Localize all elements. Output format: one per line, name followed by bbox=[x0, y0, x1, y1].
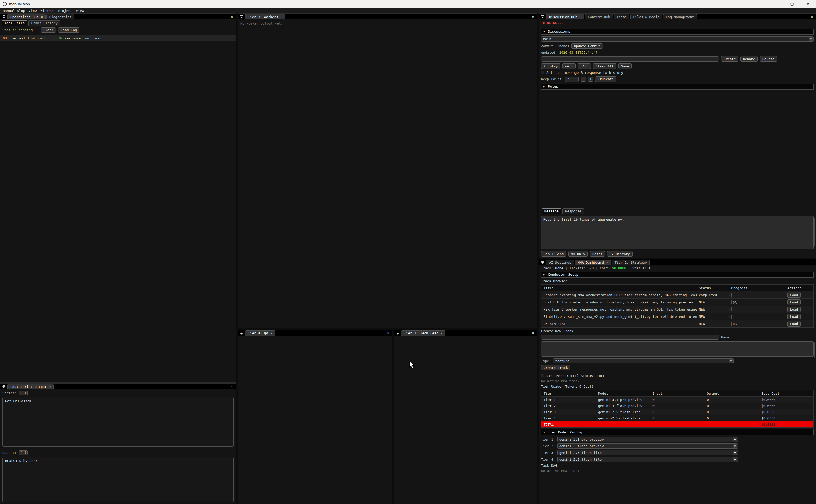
panel-close-icon[interactable]: ✕ bbox=[229, 385, 235, 388]
window-title: manual slop bbox=[9, 2, 30, 6]
tab-close-icon[interactable]: ✕ bbox=[49, 385, 51, 388]
load-button[interactable]: Load bbox=[787, 292, 801, 298]
tab-close-icon[interactable]: ✕ bbox=[270, 331, 272, 335]
tab-discussion-hub[interactable]: Discussion Hub ✕ bbox=[546, 14, 584, 19]
discussions-section-header[interactable]: ▼ Discussions bbox=[541, 29, 814, 35]
truncate-button[interactable]: Truncate bbox=[595, 76, 617, 82]
panel-close-icon[interactable]: ✕ bbox=[530, 331, 536, 335]
discussion-select[interactable]: main ▼ bbox=[541, 36, 814, 42]
expand-all-button[interactable]: +All bbox=[578, 63, 591, 69]
panel-close-icon[interactable]: ✕ bbox=[809, 260, 815, 264]
dock-menu-icon[interactable] bbox=[395, 330, 400, 336]
tab-ai-settings[interactable]: AI Settings bbox=[546, 260, 574, 265]
tab-tier2-tech-lead[interactable]: Tier 2: Tech Lead ✕ bbox=[401, 330, 445, 336]
create-track-button[interactable]: Create Track bbox=[541, 365, 570, 370]
add-entry-button[interactable]: + Entry bbox=[541, 63, 560, 69]
tab-theme[interactable]: Theme bbox=[614, 14, 629, 19]
maximize-button[interactable]: ▢ bbox=[784, 0, 800, 8]
autoadd-checkbox[interactable] bbox=[541, 71, 544, 74]
output-expand-button[interactable]: [+] bbox=[19, 450, 28, 455]
load-button[interactable]: Load bbox=[787, 307, 801, 312]
chevron-down-icon: ▼ bbox=[733, 457, 737, 461]
tab-files-media[interactable]: Files & Media bbox=[630, 14, 662, 19]
delete-button[interactable]: Delete bbox=[760, 56, 777, 62]
roles-section-header[interactable]: ▶ Roles bbox=[541, 84, 814, 90]
minimize-button[interactable]: – bbox=[768, 0, 784, 8]
gen-send-button[interactable]: Gen + Send bbox=[541, 251, 566, 257]
tab-mma-dashboard[interactable]: MMA Dashboard ✕ bbox=[575, 260, 611, 265]
tab-close-icon[interactable]: ✕ bbox=[606, 261, 608, 264]
tab-close-icon[interactable]: ✕ bbox=[41, 15, 43, 19]
tab-close-icon[interactable]: ✕ bbox=[441, 331, 442, 335]
dock-menu-icon[interactable] bbox=[1, 384, 7, 389]
reset-button[interactable]: Reset bbox=[590, 251, 605, 257]
menu-manual-slop[interactable]: manual slop bbox=[1, 9, 27, 13]
create-button[interactable]: Create bbox=[721, 56, 738, 62]
md-only-button[interactable]: MD Only bbox=[568, 251, 588, 257]
update-commit-button[interactable]: Update Commit bbox=[571, 43, 603, 49]
collapse-all-button[interactable]: -All bbox=[562, 63, 576, 69]
tab-context-hub[interactable]: Context Hub bbox=[585, 14, 613, 19]
tier-model-config-header[interactable]: ▼ Tier Model Config bbox=[541, 429, 814, 435]
subtab-tool-calls[interactable]: Tool Calls bbox=[2, 20, 27, 26]
output-box[interactable]: REJECTED by user bbox=[2, 457, 234, 502]
tab-tier3-workers[interactable]: Tier 3: Workers ✕ bbox=[245, 14, 285, 19]
scrollbar-thumb[interactable] bbox=[814, 218, 815, 246]
conductor-setup-header[interactable]: ▶ Conductor Setup bbox=[541, 272, 814, 278]
tab-log-management[interactable]: Log Management bbox=[663, 14, 697, 19]
tab-message[interactable]: Message bbox=[542, 208, 561, 214]
tab-operations-hub[interactable]: Operations Hub ✕ bbox=[7, 14, 46, 19]
panel-close-icon[interactable]: ✕ bbox=[530, 15, 536, 19]
tab-close-icon[interactable]: ✕ bbox=[580, 15, 581, 19]
discussion-name-input[interactable] bbox=[541, 56, 719, 62]
script-box[interactable]: Get-ChildItem bbox=[2, 397, 234, 447]
scrollbar-thumb[interactable] bbox=[814, 342, 815, 358]
dock-menu-icon[interactable] bbox=[540, 260, 545, 265]
panel-close-icon[interactable]: ✕ bbox=[229, 15, 235, 19]
tier1-model-select[interactable]: gemini-3.1-pro-preview ▼ bbox=[557, 437, 738, 442]
tab-close-icon[interactable]: ✕ bbox=[280, 15, 282, 19]
save-button[interactable]: Save bbox=[618, 63, 632, 69]
menu-view[interactable]: View bbox=[27, 9, 38, 13]
track-name-input[interactable] bbox=[541, 335, 719, 340]
menu-view-2[interactable]: View bbox=[74, 9, 86, 13]
tier4-model-select[interactable]: gemini-2.5-flash-lite ▼ bbox=[557, 457, 738, 462]
step-mode-checkbox[interactable] bbox=[541, 374, 544, 377]
dock-menu-icon[interactable] bbox=[239, 14, 244, 19]
dock-menu-icon[interactable] bbox=[540, 14, 545, 19]
clear-all-button[interactable]: Clear All bbox=[593, 63, 616, 69]
tab-tier4-qa[interactable]: Tier 4: QA ✕ bbox=[245, 330, 275, 336]
tab-diagnostics[interactable]: Diagnostics bbox=[46, 14, 74, 19]
tier3-empty-text: No worker output yet. bbox=[240, 21, 534, 25]
clear-button[interactable]: Clear bbox=[41, 27, 56, 33]
cost-label: Cost: bbox=[600, 266, 610, 270]
window-titlebar: manual slop – ▢ ✕ bbox=[0, 0, 816, 8]
tab-tier1-strategy[interactable]: Tier 1: Strategy bbox=[612, 260, 650, 265]
track-type-select[interactable]: feature ▼ bbox=[553, 358, 734, 363]
message-textarea[interactable]: Read the first 10 lines of aggregate.py. bbox=[541, 216, 814, 249]
load-button[interactable]: Load bbox=[787, 321, 801, 327]
menu-windows[interactable]: Windows bbox=[38, 9, 56, 13]
track-title: Fix Tier 3 worker responses not reaching… bbox=[541, 307, 697, 311]
load-button[interactable]: Load bbox=[787, 314, 801, 319]
dock-menu-icon[interactable] bbox=[239, 330, 244, 336]
tier2-model-select[interactable]: gemini-3-flash-preview ▼ bbox=[557, 443, 738, 449]
rename-button[interactable]: Rename bbox=[740, 56, 758, 62]
panel-close-icon[interactable]: ✕ bbox=[809, 15, 815, 19]
script-expand-button[interactable]: [+] bbox=[19, 391, 28, 395]
increment-button[interactable]: + bbox=[588, 77, 593, 82]
load-log-button[interactable]: Load Log bbox=[58, 27, 79, 33]
to-history-button[interactable]: -> History bbox=[607, 251, 632, 257]
decrement-button[interactable]: - bbox=[581, 77, 586, 82]
tab-last-script-output[interactable]: Last Script Output ✕ bbox=[7, 384, 54, 389]
close-button[interactable]: ✕ bbox=[800, 0, 816, 8]
tab-response[interactable]: Response bbox=[562, 208, 584, 214]
keep-pairs-input[interactable] bbox=[565, 77, 579, 82]
track-description-textarea[interactable] bbox=[541, 341, 814, 357]
menu-project[interactable]: Project bbox=[56, 9, 74, 13]
panel-close-icon[interactable]: ✕ bbox=[385, 331, 391, 335]
dock-menu-icon[interactable] bbox=[1, 14, 7, 19]
tier3-model-select[interactable]: gemini-2.5-flash-lite ▼ bbox=[557, 450, 738, 455]
subtab-comms-history[interactable]: Comms History bbox=[28, 20, 60, 26]
load-button[interactable]: Load bbox=[787, 299, 801, 305]
